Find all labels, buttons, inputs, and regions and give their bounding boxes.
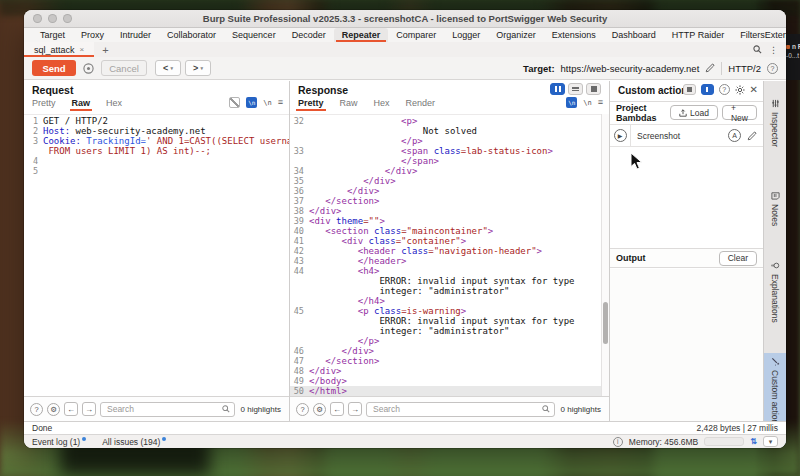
apply-all-icon[interactable]: A [728,129,741,142]
response-code-line[interactable]: ERROR: invalid input syntax for type [290,276,609,286]
pencil-icon[interactable] [747,131,757,141]
response-tab-hex[interactable]: Hex [374,98,390,111]
menu-tab-comparer[interactable]: Comparer [388,28,444,42]
custom-action-item[interactable]: ▶ Screenshot A [610,124,763,147]
dock-left-button[interactable] [683,84,696,95]
menu-tab-organizer[interactable]: Organizer [488,28,544,42]
request-code-line[interactable]: FROM users LIMIT 1) AS int)--; [24,146,289,156]
menu-tab-target[interactable]: Target [32,28,73,42]
search-icon[interactable] [753,45,762,54]
menu-tab-repeater[interactable]: Repeater [334,28,389,42]
response-code-line[interactable]: 43 </header> [290,256,609,266]
response-editor[interactable]: 32 <p> Not solved </p>33 <span class=lab… [290,114,609,396]
previous-match-button[interactable]: ← [330,402,344,416]
response-code-line[interactable]: Not solved [290,126,609,136]
response-code-line[interactable]: </p> [290,136,609,146]
request-code-line[interactable]: 4 [24,156,289,166]
response-code-line[interactable]: integer: "administrator" [290,286,609,296]
newline-text-icon[interactable]: \n [583,99,591,107]
scrollbar-thumb[interactable] [603,302,608,344]
request-tab-pretty[interactable]: Pretty [32,98,56,111]
response-code-line[interactable]: 44 <h4> [290,266,609,276]
menu-tab-dashboard[interactable]: Dashboard [604,28,664,42]
request-code-line[interactable]: 2Host: web-security-academy.net [24,126,289,136]
response-code-line[interactable]: 37 </section> [290,196,609,206]
response-code-line[interactable]: </p> [290,336,609,346]
hide-nonprinting-icon[interactable] [229,97,240,108]
repeater-tab-sql-attack[interactable]: sql_attack × [24,42,94,57]
response-code-line[interactable]: </span> [290,156,609,166]
response-tab-pretty[interactable]: Pretty [298,98,324,111]
rows-layout-button[interactable] [568,83,583,95]
load-button[interactable]: Load [670,105,718,120]
response-tab-raw[interactable]: Raw [340,98,358,111]
menu-tab-intruder[interactable]: Intruder [112,28,159,42]
response-code-line[interactable]: 39<div theme=""> [290,216,609,226]
response-code-line[interactable]: 33 <span class=lab-status-icon> [290,146,609,156]
garbage-collect-icon[interactable]: ⇅ [750,437,757,446]
help-icon[interactable]: ? [767,63,778,74]
previous-match-button[interactable]: ← [64,402,78,416]
response-code-line[interactable]: integer: "administrator" [290,326,609,336]
back-history-button[interactable]: <▾ [155,60,181,76]
menu-tab-http-raider[interactable]: HTTP Raider [664,28,732,42]
forward-history-button[interactable]: >▾ [185,60,211,76]
new-action-button[interactable]: + New [722,105,757,120]
close-panel-icon[interactable]: ✕ [750,84,758,95]
request-code-line[interactable]: 3Cookie: TrackingId=' AND 1=CAST((SELECT… [24,136,289,146]
response-search-input[interactable] [371,403,542,415]
sidebar-tab-explanations[interactable]: Explanations [764,257,786,339]
response-code-line[interactable]: 35 </div> [290,176,609,186]
all-issues-button[interactable]: All issues (194) [102,437,166,447]
response-code-line[interactable]: ERROR: invalid input syntax for type [290,316,609,326]
help-icon[interactable]: ? [719,84,730,95]
response-code-line[interactable]: 34 </div> [290,166,609,176]
response-tab-render[interactable]: Render [406,98,436,111]
send-button[interactable]: Send [32,60,76,76]
gear-icon[interactable] [735,85,745,95]
response-code-line[interactable]: 47 </section> [290,356,609,366]
menu-tab-extensions[interactable]: Extensions [544,28,604,42]
sidebar-tab-inspector[interactable]: Inspector [764,95,786,167]
request-code-line[interactable]: 5 [24,166,289,176]
request-tab-raw[interactable]: Raw [72,98,91,111]
response-code-line[interactable]: 40 <section class="maincontainer"> [290,226,609,236]
target-scope-icon[interactable] [82,62,95,75]
editor-menu-icon[interactable]: ≡ [278,98,283,107]
clear-output-button[interactable]: Clear [719,251,757,266]
request-tab-hex[interactable]: Hex [106,98,122,111]
response-code-line[interactable]: 48</div> [290,366,609,376]
newline-toggle-icon[interactable]: \n [246,97,257,108]
menu-tab-decoder[interactable]: Decoder [284,28,334,42]
response-code-line[interactable]: 45 <p class=is-warning> [290,306,609,316]
response-code-line[interactable]: 49</body> [290,376,609,386]
search-help-icon[interactable]: ? [30,403,43,416]
menu-tab-proxy[interactable]: Proxy [73,28,112,42]
request-code-line[interactable]: 1GET / HTTP/2 [24,116,289,126]
response-scrollbar[interactable] [601,114,609,396]
menu-tab-filtersextension[interactable]: FiltersExtension [732,28,786,42]
menu-tab-logger[interactable]: Logger [444,28,488,42]
expand-status-button[interactable]: ▾ [763,436,778,447]
newline-toggle-icon[interactable]: \n [566,97,577,108]
tabs-layout-button[interactable] [586,83,601,95]
search-settings-icon[interactable]: ⚙ [47,403,60,416]
response-code-line[interactable]: 46 </div> [290,346,609,356]
new-tab-button[interactable]: + [94,44,116,56]
response-code-line[interactable]: 32 <p> [290,116,609,126]
menu-tab-sequencer[interactable]: Sequencer [224,28,284,42]
response-code-line[interactable]: 41 <div class="container"> [290,236,609,246]
response-code-line[interactable]: 50</html> [290,386,609,396]
newline-text-icon[interactable]: \n [263,99,271,107]
request-editor[interactable]: 1GET / HTTP/22Host: web-security-academy… [24,114,289,396]
info-icon[interactable]: i [613,437,623,447]
close-tab-icon[interactable]: × [80,45,85,54]
search-help-icon[interactable]: ? [296,403,309,416]
columns-layout-button[interactable] [550,83,565,95]
response-code-line[interactable]: 36 </div> [290,186,609,196]
search-settings-icon[interactable]: ⚙ [313,403,326,416]
event-log-button[interactable]: Event log (1) [32,437,86,447]
next-match-button[interactable]: → [82,402,96,416]
response-code-line[interactable]: 38</div> [290,206,609,216]
more-options-icon[interactable]: ⋮ [769,45,778,55]
